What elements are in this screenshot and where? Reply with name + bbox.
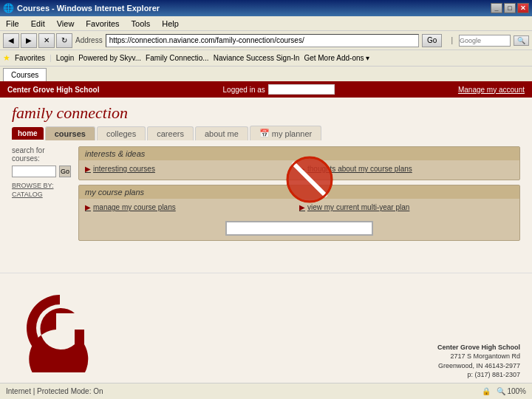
window-title: Courses - Windows Internet Explorer bbox=[17, 4, 160, 13]
status-bar: Internet | Protected Mode: On 🔒 🔍 100% bbox=[0, 383, 532, 399]
interests-right: ▶ thoughts about my course plans bbox=[299, 165, 514, 175]
multi-year-link[interactable]: ▶ view my current multi-year plan bbox=[299, 203, 514, 211]
logo-area bbox=[12, 276, 437, 380]
browse-by-link[interactable]: BROWSE BY: bbox=[12, 182, 71, 189]
page-title: family connection bbox=[0, 98, 532, 126]
course-plans-panel: my course plans ▶ manage my course plans bbox=[78, 185, 520, 241]
minimize-button[interactable]: _ bbox=[491, 3, 502, 13]
search-courses-label: search for courses: bbox=[12, 146, 71, 163]
school-logo bbox=[19, 284, 108, 372]
menu-edit[interactable]: Edit bbox=[28, 18, 48, 30]
menu-tools[interactable]: Tools bbox=[129, 18, 154, 30]
tab-colleges[interactable]: colleges bbox=[97, 126, 146, 140]
menu-file[interactable]: File bbox=[3, 18, 22, 30]
page-content: Center Grove High School Logged in as Ma… bbox=[0, 81, 532, 383]
favorites-star-icon: ★ bbox=[3, 53, 10, 63]
menu-bar: File Edit View Favorites Tools Help bbox=[0, 16, 532, 31]
plan-input[interactable] bbox=[225, 221, 373, 236]
school-name: Center Grove High School bbox=[7, 86, 99, 94]
course-search-go[interactable]: Go bbox=[59, 166, 71, 177]
refresh-button[interactable]: ↻ bbox=[56, 33, 72, 48]
zoom-level: 🔍 100% bbox=[497, 387, 526, 395]
main-area: family connection home courses colleges … bbox=[0, 98, 532, 383]
sidebar: search for courses: Go BROWSE BY: CATALO… bbox=[12, 146, 71, 273]
fav-naviance[interactable]: Naviance Success Sign-In bbox=[214, 54, 300, 62]
maximize-button[interactable]: □ bbox=[504, 3, 516, 13]
interests-header: interests & ideas bbox=[79, 147, 519, 160]
menu-help[interactable]: Help bbox=[159, 18, 182, 30]
tab-careers[interactable]: careers bbox=[147, 126, 194, 140]
search-input[interactable] bbox=[459, 35, 511, 47]
course-search-input[interactable] bbox=[12, 166, 56, 177]
manage-account-link[interactable]: Manage my account bbox=[458, 86, 525, 94]
address-input[interactable] bbox=[106, 34, 419, 47]
browser-window: 🌐 Courses - Windows Internet Explorer _ … bbox=[0, 0, 532, 399]
plans-right: ▶ view my current multi-year plan bbox=[299, 203, 514, 214]
manage-plans-link[interactable]: ▶ manage my course plans bbox=[85, 203, 299, 211]
browser-tab-courses[interactable]: Courses bbox=[3, 68, 47, 81]
fav-powered[interactable]: Powered by Skyv... bbox=[78, 54, 141, 62]
tab-courses[interactable]: courses bbox=[45, 126, 95, 140]
nav-tabs: home courses colleges careers about me 📅… bbox=[0, 126, 532, 140]
arrow-icon: ▶ bbox=[85, 165, 91, 173]
back-button[interactable]: ◀ bbox=[3, 33, 19, 48]
protected-mode-icon: 🔒 bbox=[482, 387, 491, 395]
interests-panel: interests & ideas ▶ interesting courses bbox=[78, 146, 520, 180]
menu-view[interactable]: View bbox=[54, 18, 78, 30]
interesting-courses-link[interactable]: ▶ interesting courses bbox=[85, 165, 299, 173]
arrow-icon-4: ▶ bbox=[299, 203, 305, 211]
footer-phone: p: (317) 881-2307 bbox=[437, 370, 520, 380]
fav-family[interactable]: Family Connectio... bbox=[146, 54, 209, 62]
calendar-icon: 📅 bbox=[259, 129, 270, 138]
tab-home[interactable]: home bbox=[12, 127, 44, 140]
interests-left: ▶ interesting courses bbox=[85, 165, 299, 175]
arrow-icon-2: ▶ bbox=[299, 165, 305, 173]
school-info: Center Grove High School 2717 S Morganto… bbox=[437, 343, 520, 380]
fav-login[interactable]: Login bbox=[56, 54, 74, 62]
username-input[interactable] bbox=[268, 84, 335, 95]
thoughts-link[interactable]: ▶ thoughts about my course plans bbox=[299, 165, 514, 173]
status-text: Internet | Protected Mode: On bbox=[6, 387, 103, 395]
browser-icon: 🌐 bbox=[3, 3, 14, 13]
footer-address2: Greenwood, IN 46143-2977 bbox=[437, 361, 520, 371]
stop-button[interactable]: ✕ bbox=[38, 33, 55, 48]
tab-my-planner[interactable]: 📅 my planner bbox=[250, 126, 321, 140]
fav-addons[interactable]: Get More Add-ons ▾ bbox=[304, 54, 369, 62]
catalog-link[interactable]: CATALOG bbox=[12, 191, 71, 198]
close-button[interactable]: ✕ bbox=[517, 3, 529, 13]
main-panels: interests & ideas ▶ interesting courses bbox=[78, 146, 520, 273]
course-plans-header: my course plans bbox=[79, 185, 519, 199]
forward-button[interactable]: ▶ bbox=[21, 33, 37, 48]
search-separator: | bbox=[451, 36, 453, 44]
plans-left: ▶ manage my course plans bbox=[85, 203, 299, 214]
menu-favorites[interactable]: Favorites bbox=[83, 18, 122, 30]
favorites-bar: ★ Favorites | Login Powered by Skyv... F… bbox=[0, 50, 532, 66]
content-row: search for courses: Go BROWSE BY: CATALO… bbox=[0, 146, 532, 273]
arrow-icon-3: ▶ bbox=[85, 203, 91, 211]
footer-school-name: Center Grove High School bbox=[437, 343, 520, 352]
footer-address1: 2717 S Morgantown Rd bbox=[437, 352, 520, 361]
site-header: Center Grove High School Logged in as Ma… bbox=[0, 81, 532, 98]
tab-about-me[interactable]: about me bbox=[195, 126, 248, 140]
favorites-label[interactable]: Favorites bbox=[15, 54, 45, 62]
address-bar: ◀ ▶ ✕ ↻ Address Go | 🔍 bbox=[0, 31, 532, 50]
go-button[interactable]: Go bbox=[422, 34, 442, 47]
window-controls: _ □ ✕ bbox=[491, 3, 529, 13]
search-button[interactable]: 🔍 bbox=[514, 35, 529, 46]
title-bar: 🌐 Courses - Windows Internet Explorer _ … bbox=[0, 0, 532, 16]
page-footer: Center Grove High School 2717 S Morganto… bbox=[0, 273, 532, 383]
browser-tabs: Courses bbox=[0, 66, 532, 81]
address-label: Address bbox=[75, 36, 103, 44]
logged-in-label: Logged in as bbox=[223, 86, 265, 94]
